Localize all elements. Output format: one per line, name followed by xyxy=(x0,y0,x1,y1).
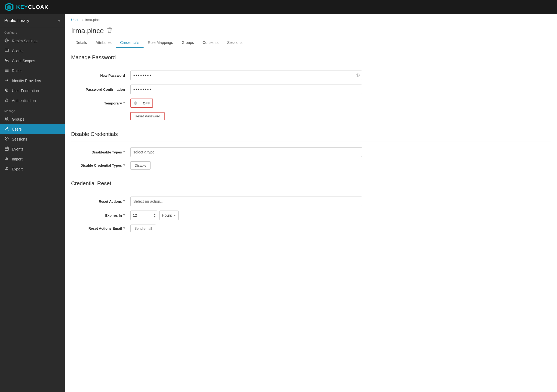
sidebar-item-identity-providers[interactable]: Identity Providers xyxy=(0,76,65,86)
sidebar-item-events[interactable]: Events xyxy=(0,144,65,154)
new-password-input[interactable] xyxy=(130,71,362,80)
reset-actions-row: Reset Actions ? xyxy=(71,197,551,206)
sidebar-item-authentication[interactable]: Authentication xyxy=(0,96,65,106)
reset-actions-email-label: Reset Actions Email ? xyxy=(71,226,130,230)
tab-consents[interactable]: Consents xyxy=(198,38,223,48)
clients-label: Clients xyxy=(12,49,23,53)
disableable-types-control xyxy=(130,147,362,157)
tab-role-mappings[interactable]: Role Mappings xyxy=(144,38,177,48)
users-icon xyxy=(4,127,9,132)
realm-settings-label: Realm Settings xyxy=(12,39,37,43)
svg-point-16 xyxy=(357,75,358,76)
expires-up-arrow[interactable]: ▲ xyxy=(154,213,156,215)
sidebar-item-groups[interactable]: Groups xyxy=(0,114,65,124)
sidebar-item-users[interactable]: Users xyxy=(0,124,65,134)
groups-label: Groups xyxy=(12,117,24,121)
svg-rect-9 xyxy=(6,100,8,102)
disableable-types-label: Disableable Types ? xyxy=(71,150,130,154)
identity-providers-icon xyxy=(4,78,9,83)
password-confirmation-input[interactable] xyxy=(130,85,362,94)
disableable-help-icon[interactable]: ? xyxy=(123,150,125,154)
tabs: Details Attributes Credentials Role Mapp… xyxy=(65,38,557,48)
sidebar-item-clients[interactable]: Clients xyxy=(0,46,65,56)
disable-credential-types-row: Disable Credential Types ? Disable xyxy=(71,161,551,170)
sidebar-item-export[interactable]: Export xyxy=(0,164,65,174)
disableable-types-input[interactable] xyxy=(130,147,362,157)
expires-in-label: Expires In ? xyxy=(71,214,130,218)
roles-label: Roles xyxy=(12,69,22,73)
new-password-wrap xyxy=(130,71,362,80)
svg-point-8 xyxy=(6,90,7,91)
svg-point-10 xyxy=(5,118,6,119)
sidebar-item-user-federation[interactable]: User Federation xyxy=(0,86,65,96)
reset-actions-label: Reset Actions ? xyxy=(71,200,130,204)
temporary-toggle[interactable]: OFF xyxy=(130,99,153,108)
reset-actions-control xyxy=(130,197,362,206)
sessions-label: Sessions xyxy=(12,137,27,141)
topbar: KEYCLOAK xyxy=(0,0,557,14)
expires-number-input[interactable] xyxy=(133,213,152,218)
disable-credential-help-icon[interactable]: ? xyxy=(123,164,125,167)
temporary-help-icon[interactable]: ? xyxy=(123,101,125,105)
send-email-button[interactable]: Send email xyxy=(130,225,156,232)
sidebar-item-sessions[interactable]: Sessions xyxy=(0,134,65,144)
reset-password-btn-wrap: Reset Password xyxy=(130,112,362,120)
tab-details[interactable]: Details xyxy=(71,38,91,48)
svg-point-5 xyxy=(5,59,7,61)
user-federation-label: User Federation xyxy=(12,89,39,93)
manage-password-section: Manage Password New Password xyxy=(65,48,557,120)
new-password-row: New Password xyxy=(71,71,551,80)
tab-groups[interactable]: Groups xyxy=(177,38,198,48)
expires-in-row: Expires In ? ▲ ▼ Hours xyxy=(71,211,551,220)
tab-credentials[interactable]: Credentials xyxy=(116,38,144,48)
credential-reset-section: Credential Reset Reset Actions ? Expires… xyxy=(65,174,557,247)
temporary-label: Temporary ? xyxy=(71,101,130,105)
sidebar-item-client-scopes[interactable]: Client Scopes xyxy=(0,56,65,66)
expires-unit-selector[interactable]: Hours ▼ xyxy=(159,211,179,220)
sidebar-item-realm-settings[interactable]: Realm Settings xyxy=(0,36,65,46)
reset-actions-email-control: Send email xyxy=(130,225,362,232)
identity-providers-label: Identity Providers xyxy=(12,79,41,83)
realm-selector[interactable]: Public-library ∨ xyxy=(0,14,65,27)
tab-attributes[interactable]: Attributes xyxy=(91,38,116,48)
password-toggle-icon[interactable] xyxy=(356,73,360,78)
clients-icon xyxy=(4,48,9,53)
sidebar-item-roles[interactable]: Roles xyxy=(0,66,65,76)
events-label: Events xyxy=(12,147,23,151)
logo: KEYCLOAK xyxy=(4,2,48,12)
breadcrumb-users-link[interactable]: Users xyxy=(71,18,80,22)
client-scopes-label: Client Scopes xyxy=(12,59,35,63)
client-scopes-icon xyxy=(4,58,9,63)
sidebar-configure-section: Configure Realm Settings Clients Client … xyxy=(0,27,65,106)
expires-in-help-icon[interactable]: ? xyxy=(123,214,125,217)
expires-number-wrap: ▲ ▼ xyxy=(130,211,157,220)
users-label: Users xyxy=(12,127,22,131)
import-label: Import xyxy=(12,157,23,161)
reset-actions-email-help-icon[interactable]: ? xyxy=(123,227,125,230)
svg-point-7 xyxy=(5,89,8,92)
disable-credentials-title: Disable Credentials xyxy=(71,131,551,137)
expires-unit-chevron-icon: ▼ xyxy=(173,214,176,217)
disable-button[interactable]: Disable xyxy=(130,161,151,170)
disableable-types-row: Disableable Types ? xyxy=(71,147,551,157)
delete-user-icon[interactable] xyxy=(107,27,112,34)
groups-icon xyxy=(4,117,9,122)
tab-sessions[interactable]: Sessions xyxy=(223,38,247,48)
svg-point-6 xyxy=(7,60,8,62)
credential-reset-title: Credential Reset xyxy=(71,180,551,187)
toggle-switch-button[interactable] xyxy=(131,99,140,107)
svg-rect-4 xyxy=(5,49,8,52)
manage-section-label: Manage xyxy=(0,106,65,114)
user-federation-icon xyxy=(4,88,9,93)
logo-text: KEYCLOAK xyxy=(16,4,48,10)
reset-password-button[interactable]: Reset Password xyxy=(130,112,165,120)
svg-point-11 xyxy=(7,118,8,119)
password-confirmation-row: Password Confirmation xyxy=(71,85,551,94)
realm-chevron-icon: ∨ xyxy=(58,19,60,23)
reset-actions-help-icon[interactable]: ? xyxy=(123,200,125,203)
new-password-input-wrap xyxy=(130,71,362,80)
sidebar-item-import[interactable]: Import xyxy=(0,154,65,164)
reset-actions-input[interactable] xyxy=(130,197,362,206)
temporary-control: OFF xyxy=(130,99,362,108)
expires-down-arrow[interactable]: ▼ xyxy=(154,216,156,218)
